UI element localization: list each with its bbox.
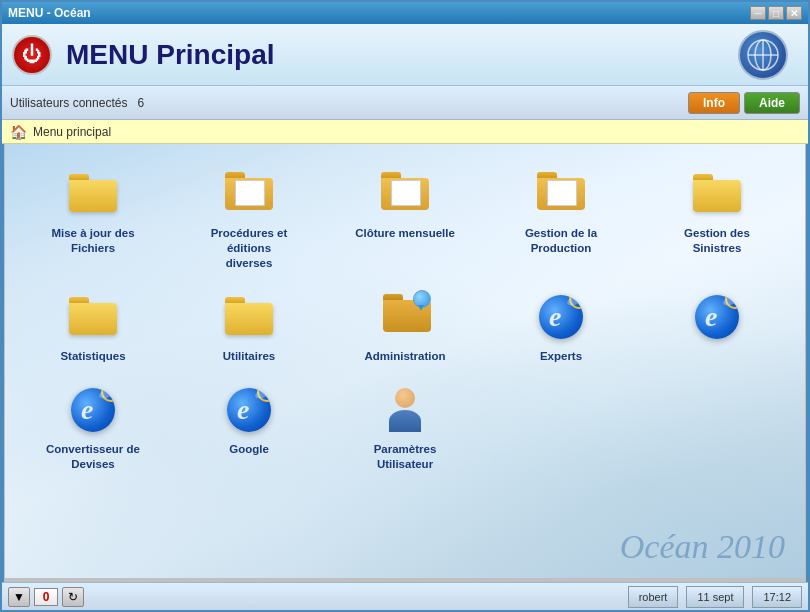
- header: MENU Principal: [2, 24, 808, 86]
- close-button[interactable]: ✕: [786, 6, 802, 20]
- orbit-ring-conv: [101, 388, 115, 402]
- watermark: Océan 2010: [620, 528, 785, 566]
- menu-label-maj: Mise à jour desFichiers: [51, 226, 134, 256]
- folder-icon-prod: [535, 168, 587, 220]
- folder-icon-stats: [67, 291, 119, 343]
- globe-svg: [746, 38, 780, 72]
- menu-item-experts[interactable]: Experts: [483, 281, 639, 374]
- connected-label: Utilisateurs connectés: [10, 96, 127, 110]
- user-body: [389, 410, 421, 432]
- aide-button[interactable]: Aide: [744, 92, 800, 114]
- globe-icon-10: [691, 291, 743, 343]
- folder-icon-procedures: [223, 168, 275, 220]
- statusbar: ▼ 0 ↻ robert 11 sept 17:12: [2, 582, 808, 610]
- menu-label-params: Paramètres Utilisateur: [350, 442, 460, 472]
- titlebar-controls: ─ □ ✕: [750, 6, 802, 20]
- user-shape: [383, 387, 427, 433]
- app-window: MENU - Océan ─ □ ✕ MENU Principal Utilis…: [0, 0, 810, 612]
- globe-conv-shape: [71, 388, 115, 432]
- toolbar-buttons: Info Aide: [688, 92, 800, 114]
- menu-item-cloture[interactable]: Clôture mensuelle: [327, 158, 483, 281]
- folder-prod-shape: [537, 172, 585, 216]
- app-title: MENU Principal: [66, 39, 738, 71]
- titlebar: MENU - Océan ─ □ ✕: [2, 2, 808, 24]
- menu-item-procedures[interactable]: Procédures et éditionsdiverses: [171, 158, 327, 281]
- menu-grid-area: Mise à jour desFichiers Procédures et éd…: [5, 144, 805, 578]
- globe-icon-conv: [67, 384, 119, 436]
- globe-10-shape: [695, 295, 739, 339]
- menu-item-statistiques[interactable]: Statistiques: [15, 281, 171, 374]
- date-status: 11 sept: [686, 586, 744, 608]
- folder-paper: [235, 180, 265, 206]
- power-icon: [12, 35, 52, 75]
- folder-cloture-shape: [381, 172, 429, 216]
- menu-item-gestion-prod[interactable]: Gestion de laProduction: [483, 158, 639, 281]
- logo-icon: [738, 30, 788, 80]
- globe-experts-shape: [539, 295, 583, 339]
- connected-count: 6: [137, 96, 144, 110]
- connected-users: Utilisateurs connectés 6: [10, 96, 144, 110]
- menu-label-stats: Statistiques: [60, 349, 125, 364]
- folder-admin-shape: [383, 294, 427, 340]
- menu-label-admin: Administration: [364, 349, 445, 364]
- user-icon-params: [379, 384, 431, 436]
- folder-cloture-paper: [391, 180, 421, 206]
- menu-label-conv: Convertisseur deDevises: [46, 442, 140, 472]
- menu-item-convertisseur[interactable]: Convertisseur deDevises: [15, 374, 171, 482]
- statusbar-right: robert 11 sept 17:12: [628, 586, 802, 608]
- menu-label-experts: Experts: [540, 349, 582, 364]
- orbit-ring-google: [257, 388, 271, 402]
- toolbar: Utilisateurs connectés 6 Info Aide: [2, 86, 808, 120]
- folder-icon-maj: [67, 168, 119, 220]
- menu-label-prod: Gestion de laProduction: [525, 226, 597, 256]
- info-button[interactable]: Info: [688, 92, 740, 114]
- folder-prod-paper: [547, 180, 577, 206]
- globe-icon-google: [223, 384, 275, 436]
- menu-label-google: Google: [229, 442, 269, 457]
- menu-item-utilitaires[interactable]: Utilitaires: [171, 281, 327, 374]
- icon-grid: Mise à jour desFichiers Procédures et éd…: [5, 144, 805, 482]
- refresh-icon[interactable]: ↻: [62, 587, 84, 607]
- speech-bubble: [413, 290, 431, 308]
- menu-label-procedures: Procédures et éditionsdiverses: [194, 226, 304, 271]
- folder-util-shape: [225, 297, 273, 337]
- breadcrumb: 🏠 Menu principal: [2, 120, 808, 144]
- menu-item-parametres[interactable]: Paramètres Utilisateur: [327, 374, 483, 482]
- globe-icon-experts: [535, 291, 587, 343]
- folder-shape: [69, 174, 117, 214]
- minimize-button[interactable]: ─: [750, 6, 766, 20]
- globe-google-shape: [227, 388, 271, 432]
- time-status: 17:12: [752, 586, 802, 608]
- folder-sinistres-shape: [693, 174, 741, 214]
- home-icon: 🏠: [10, 124, 27, 140]
- orbit-ring: [569, 295, 583, 309]
- breadcrumb-text: Menu principal: [33, 125, 111, 139]
- orbit-ring-10: [725, 295, 739, 309]
- menu-label-util: Utilitaires: [223, 349, 275, 364]
- menu-item-item10[interactable]: [639, 281, 795, 374]
- menu-label-cloture: Clôture mensuelle: [355, 226, 455, 241]
- folder-doc-shape: [225, 172, 273, 216]
- menu-item-administration[interactable]: Administration: [327, 281, 483, 374]
- titlebar-text: MENU - Océan: [8, 6, 91, 20]
- menu-item-maj-fichiers[interactable]: Mise à jour desFichiers: [15, 158, 171, 281]
- folder-icon-cloture: [379, 168, 431, 220]
- folder-stats-shape: [69, 297, 117, 337]
- user-status: robert: [628, 586, 679, 608]
- menu-item-google[interactable]: Google: [171, 374, 327, 482]
- menu-item-sinistres[interactable]: Gestion des Sinistres: [639, 158, 795, 281]
- user-head: [395, 388, 415, 408]
- folder-admin-icon: [379, 291, 431, 343]
- folder-icon-util: [223, 291, 275, 343]
- dropdown-button[interactable]: ▼: [8, 587, 30, 607]
- maximize-button[interactable]: □: [768, 6, 784, 20]
- main-content: Mise à jour desFichiers Procédures et éd…: [2, 144, 808, 582]
- menu-label-sinistres: Gestion des Sinistres: [662, 226, 772, 256]
- counter-display: 0: [34, 588, 58, 606]
- folder-icon-sinistres: [691, 168, 743, 220]
- statusbar-left: ▼ 0 ↻: [8, 587, 624, 607]
